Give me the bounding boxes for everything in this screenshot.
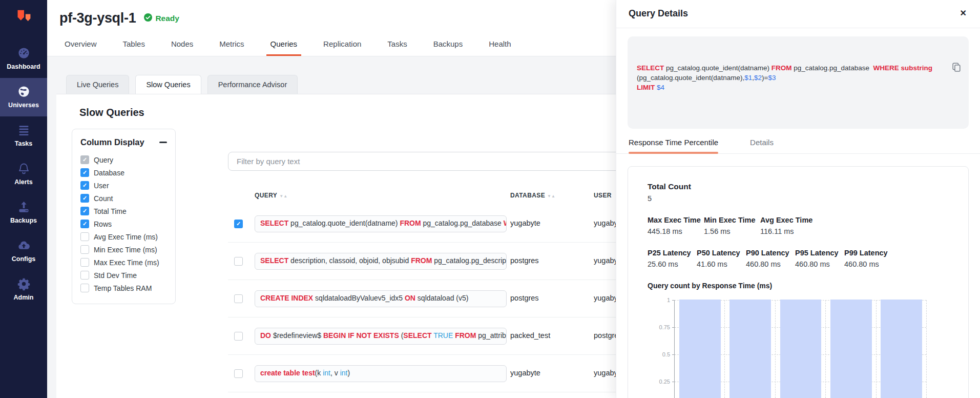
- sidebar-item-label: Admin: [1, 294, 46, 301]
- copy-icon[interactable]: [951, 42, 962, 53]
- database-cell: postgres: [510, 294, 539, 302]
- row-checkbox[interactable]: [234, 294, 243, 303]
- row-checkbox[interactable]: ✓: [234, 220, 243, 228]
- sql-line: SELECT pg_catalog.quote_ident(datname) F…: [637, 63, 942, 73]
- subtab-live-queries[interactable]: Live Queries: [66, 75, 129, 94]
- latency-stats-row: P25 Latency25.60 msP50 Latency41.60 msP9…: [648, 249, 949, 268]
- checkbox-icon[interactable]: [80, 284, 89, 292]
- checkbox-icon[interactable]: [80, 245, 89, 254]
- details-tab-response-time-percentile[interactable]: Response Time Percentile: [629, 138, 718, 153]
- sidebar-item-configs[interactable]: Configs: [0, 232, 47, 270]
- y-axis-tick-label: 0.75: [648, 324, 670, 330]
- tab-tasks[interactable]: Tasks: [386, 39, 408, 56]
- column-toggle-rows[interactable]: ✓Rows: [80, 217, 167, 230]
- column-toggle-max-exec-time-ms[interactable]: Max Exec Time (ms): [80, 256, 167, 269]
- checkbox-icon[interactable]: ✓: [80, 168, 89, 177]
- query-text-chip[interactable]: CREATE INDEX sqldataloadByValuev5_idx5 O…: [255, 290, 507, 307]
- column-header-user: USER: [594, 192, 612, 199]
- tab-replication[interactable]: Replication: [322, 39, 362, 56]
- query-filter-input[interactable]: [228, 152, 622, 171]
- query-sql-box: SELECT pg_catalog.quote_ident(datname) F…: [628, 36, 969, 129]
- stat-p25-latency: P25 Latency25.60 ms: [648, 249, 697, 268]
- checkbox-icon[interactable]: ✓: [80, 220, 89, 228]
- admin-icon: [17, 277, 31, 291]
- stat-avg-exec-time: Avg Exec Time116.11 ms: [760, 216, 817, 235]
- collapse-minus-icon[interactable]: [159, 142, 167, 143]
- query-text-chip[interactable]: SELECT pg_catalog.quote_ident(datname) F…: [255, 215, 507, 232]
- close-icon[interactable]: ✕: [960, 8, 967, 18]
- column-toggle-count[interactable]: ✓Count: [80, 192, 167, 205]
- query-text-chip[interactable]: create table test(k int, v int): [255, 365, 507, 382]
- column-toggle-label: Rows: [94, 220, 112, 228]
- sidebar-item-alerts[interactable]: Alerts: [0, 155, 47, 193]
- subtab-performance-advisor[interactable]: Performance Advisor: [207, 75, 298, 94]
- checkbox-icon[interactable]: [80, 258, 89, 267]
- universe-icon: [17, 85, 31, 98]
- column-header-database[interactable]: DATABASE▼▲: [510, 192, 555, 199]
- alerts-icon: [17, 162, 31, 175]
- row-checkbox[interactable]: [234, 257, 243, 266]
- sidebar-item-label: Backups: [1, 217, 46, 224]
- sidebar-item-label: Alerts: [1, 178, 46, 186]
- checkbox-icon[interactable]: ✓: [80, 181, 89, 190]
- column-toggle-temp-tables-ram[interactable]: Temp Tables RAM: [80, 282, 167, 294]
- column-toggle-avg-exec-time-ms[interactable]: Avg Exec Time (ms): [80, 230, 167, 243]
- details-tab-details[interactable]: Details: [750, 138, 774, 153]
- checkbox-icon[interactable]: [80, 232, 89, 241]
- checkbox-icon[interactable]: ✓: [80, 207, 89, 215]
- database-cell: packed_test: [510, 331, 550, 340]
- row-checkbox[interactable]: [234, 332, 243, 341]
- sidebar-item-dashboard[interactable]: Dashboard: [0, 39, 47, 78]
- sidebar-item-universes[interactable]: Universes: [0, 78, 47, 116]
- sidebar-item-label: Configs: [1, 255, 46, 263]
- tab-metrics[interactable]: Metrics: [218, 39, 245, 56]
- column-toggle-label: Database: [94, 169, 124, 177]
- histogram-bar: [729, 300, 771, 398]
- page-title: pf-3g-ysql-1: [59, 10, 136, 26]
- column-toggle-database[interactable]: ✓Database: [80, 166, 167, 179]
- sort-arrows-icon[interactable]: ▼▲: [279, 194, 287, 198]
- tab-nodes[interactable]: Nodes: [170, 39, 194, 56]
- column-toggle-std-dev-time[interactable]: Std Dev Time: [80, 269, 167, 282]
- chart-title: Query count by Response Time (ms): [648, 282, 949, 290]
- column-toggle-label: Total Time: [94, 207, 127, 215]
- query-details-panel: Query Details ✕ SELECT pg_catalog.quote_…: [616, 0, 980, 398]
- checkbox-icon[interactable]: ✓: [80, 155, 89, 164]
- row-checkbox[interactable]: [234, 369, 243, 378]
- stat-p95-latency: P95 Latency460.80 ms: [795, 249, 844, 268]
- subtab-slow-queries[interactable]: Slow Queries: [135, 75, 201, 94]
- app-root: DashboardUniversesTasksAlertsBackupsConf…: [0, 0, 980, 398]
- sidebar-item-label: Dashboard: [1, 63, 46, 70]
- query-text-chip[interactable]: SELECT description, classoid, objoid, ob…: [255, 253, 507, 270]
- tab-health[interactable]: Health: [488, 39, 512, 56]
- y-axis-tick-label: 0.25: [648, 379, 670, 385]
- database-cell: yugabyte: [510, 369, 540, 377]
- column-toggle-total-time[interactable]: ✓Total Time: [80, 205, 167, 217]
- tab-tables[interactable]: Tables: [122, 39, 146, 56]
- response-time-histogram: 00.250.50.751 [1.5,1.6)[24.0,25.6)[38.4,…: [648, 298, 949, 398]
- column-display-card: Column Display ✓Query✓Database✓User✓Coun…: [72, 129, 176, 304]
- tab-queries[interactable]: Queries: [269, 39, 299, 56]
- checkbox-icon[interactable]: [80, 271, 89, 280]
- histogram-bar: [679, 300, 721, 398]
- tab-overview[interactable]: Overview: [64, 39, 98, 56]
- query-details-title: Query Details: [629, 8, 688, 19]
- stat-p50-latency: P50 Latency41.60 ms: [697, 249, 746, 268]
- sidebar-item-tasks[interactable]: Tasks: [0, 116, 47, 155]
- column-header-query[interactable]: QUERY▼▲: [255, 192, 287, 199]
- sidebar-item-admin[interactable]: Admin: [0, 270, 47, 309]
- sql-line: (pg_catalog.quote_ident(datname),$1,$2)=…: [637, 73, 942, 83]
- column-toggle-label: Count: [94, 194, 113, 203]
- checkbox-icon[interactable]: ✓: [80, 194, 89, 203]
- tab-backups[interactable]: Backups: [432, 39, 464, 56]
- sort-arrows-icon[interactable]: ▼▲: [547, 194, 555, 198]
- queries-sub-tabs: Live QueriesSlow QueriesPerformance Advi…: [66, 75, 298, 94]
- sidebar-item-backups[interactable]: Backups: [0, 193, 47, 232]
- column-toggle-user[interactable]: ✓User: [80, 179, 167, 192]
- total-count-label: Total Count: [648, 182, 949, 191]
- query-text-chip[interactable]: DO $redefineview$ BEGIN IF NOT EXISTS (S…: [255, 328, 507, 345]
- exec-time-stats-row: Max Exec Time445.18 msMin Exec Time1.56 …: [648, 216, 949, 235]
- column-toggle-label: Query: [94, 156, 113, 164]
- column-toggle-min-exec-time-ms[interactable]: Min Exec Time (ms): [80, 243, 167, 256]
- column-toggle-query[interactable]: ✓Query: [80, 153, 167, 166]
